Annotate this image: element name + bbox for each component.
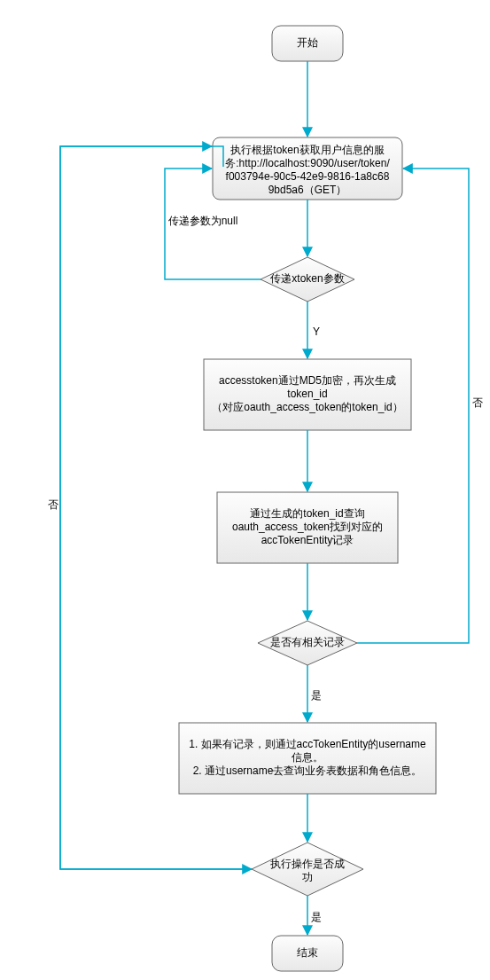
node-start-text: 开始 bbox=[297, 36, 318, 49]
node-end: 结束 bbox=[272, 936, 343, 971]
node-proc-text-1: 1. 如果有记录，则通过accTokenEntity的username bbox=[189, 738, 426, 750]
node-dec3: 执行操作是否成 功 bbox=[252, 843, 363, 896]
node-query-text-1: 通过生成的token_id查询 bbox=[250, 507, 364, 520]
node-proc-text-2: 信息。 bbox=[292, 751, 323, 764]
node-svc-text-4: 9bd5a6（GET） bbox=[268, 184, 347, 196]
node-proc: 1. 如果有记录，则通过accTokenEntity的username 信息。 … bbox=[179, 723, 436, 794]
node-query: 通过生成的token_id查询 oauth_access_token找到对应的 … bbox=[217, 492, 398, 563]
node-start: 开始 bbox=[272, 26, 343, 61]
node-svc-text-3: f003794e-90c5-42e9-9816-1a8c68 bbox=[226, 170, 390, 183]
node-dec2: 是否有相关记录 bbox=[258, 621, 357, 665]
node-dec2-text: 是否有相关记录 bbox=[270, 636, 345, 648]
node-md5-text-2: token_id bbox=[287, 388, 327, 400]
node-svc-text-1: 执行根据token获取用户信息的服 bbox=[230, 144, 384, 156]
node-md5-text-3: （对应oauth_access_token的token_id） bbox=[212, 401, 402, 413]
node-proc-text-3: 2. 通过username去查询业务表数据和角色信息。 bbox=[193, 764, 423, 777]
edge-label-yes2: 是 bbox=[311, 911, 322, 923]
node-end-text: 结束 bbox=[297, 946, 318, 959]
node-dec3-text-2: 功 bbox=[302, 871, 313, 883]
node-svc: 执行根据token获取用户信息的服 务:http://localhost:909… bbox=[213, 137, 402, 200]
edge-label-null: 传递参数为null bbox=[168, 215, 238, 227]
edge-label-no-right: 否 bbox=[472, 396, 483, 409]
node-md5: accesstoken通过MD5加密，再次生成 token_id （对应oaut… bbox=[204, 359, 411, 430]
node-dec1: 传递xtoken参数 bbox=[261, 257, 354, 302]
node-dec3-text-1: 执行操作是否成 bbox=[270, 858, 345, 870]
node-query-text-3: accTokenEntity记录 bbox=[261, 534, 354, 546]
edge-label-no-left: 否 bbox=[48, 498, 58, 511]
edge-label-yes: 是 bbox=[311, 689, 322, 702]
node-svc-text-2: 务:http://localhost:9090/user/token/ bbox=[225, 157, 390, 169]
node-query-text-2: oauth_access_token找到对应的 bbox=[232, 521, 383, 533]
edge-label-Y: Y bbox=[313, 325, 320, 338]
node-md5-text-1: accesstoken通过MD5加密，再次生成 bbox=[219, 374, 396, 387]
node-dec1-text: 传递xtoken参数 bbox=[270, 272, 344, 285]
